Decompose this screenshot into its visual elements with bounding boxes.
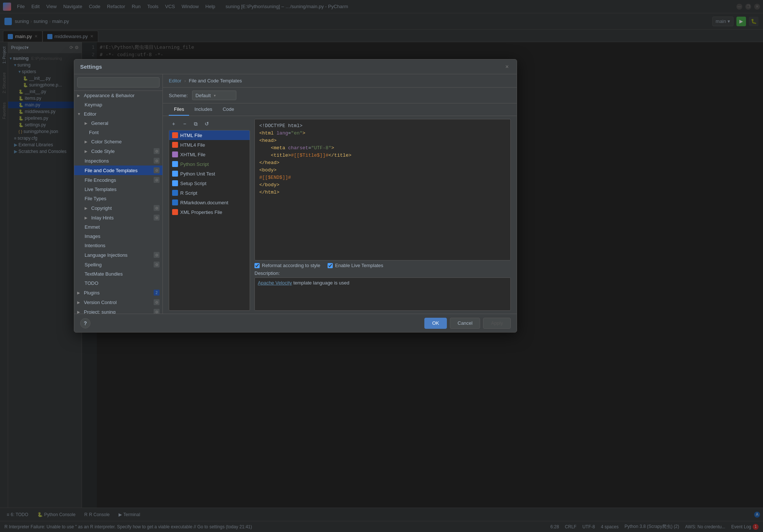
st-file-encodings[interactable]: File Encodings ⚙ <box>74 175 162 185</box>
reset-template-button[interactable]: ↺ <box>202 119 212 129</box>
fl-python-unit-test-label: Python Unit Test <box>180 171 215 177</box>
live-templates-checkbox[interactable] <box>328 263 333 268</box>
apache-velocity-link[interactable]: Apache Velocity <box>258 280 292 286</box>
cancel-button[interactable]: Cancel <box>450 318 480 329</box>
expand-arrow-general: ▶ <box>85 121 90 125</box>
apply-button[interactable]: Apply <box>483 318 511 329</box>
dropdown-arrow-icon: ▾ <box>214 93 216 98</box>
st-textmate-bundles[interactable]: TextMate Bundles <box>74 269 162 279</box>
st-emmet[interactable]: Emmet <box>74 222 162 232</box>
scheme-label: Scheme: <box>169 93 188 98</box>
add-template-button[interactable]: + <box>169 119 178 129</box>
st-inspections-label: Inspections <box>85 158 109 164</box>
settings-tree: ▶ Appearance & Behavior Keymap ▼ Editor <box>74 91 162 314</box>
expand-arrow-plugins: ▶ <box>77 291 82 295</box>
tab-includes[interactable]: Includes <box>189 103 217 116</box>
python-script-icon <box>172 161 178 167</box>
st-spelling[interactable]: Spelling ⚙ <box>74 260 162 269</box>
fl-setup-script-label: Setup Script <box>180 181 206 186</box>
st-appearance-behavior[interactable]: ▶ Appearance & Behavior <box>74 91 162 100</box>
fl-item-python-script[interactable]: Python Script <box>169 159 250 169</box>
st-file-encodings-label: File Encodings <box>85 177 116 183</box>
settings-right-panel: Editor › File and Code Templates Scheme:… <box>163 74 517 314</box>
st-version-control[interactable]: ▶ Version Control ⚙ <box>74 297 162 307</box>
st-todo-label: TODO <box>85 280 98 286</box>
st-color-scheme-label: Color Scheme <box>91 139 122 144</box>
code-preview-options: Reformat according to style Enable Live … <box>254 260 511 270</box>
fl-item-xhtml-file[interactable]: XHTML File <box>169 150 250 159</box>
cp-line-1: <!DOCTYPE html> <box>259 122 506 130</box>
st-project-badge: ⚙ <box>154 309 160 314</box>
reformat-label: Reformat according to style <box>262 263 320 268</box>
fl-item-rmarkdown[interactable]: RMarkdown.document <box>169 198 250 207</box>
st-file-code-templates-badge: ⚙ <box>154 167 160 173</box>
st-inspections-badge: ⚙ <box>154 158 160 164</box>
st-file-code-templates[interactable]: File and Code Templates ⚙ <box>74 166 162 175</box>
st-copyright-badge: ⚙ <box>154 205 160 211</box>
st-editor[interactable]: ▼ Editor <box>74 109 162 119</box>
fl-item-html4-file[interactable]: HTML4 File <box>169 140 250 150</box>
st-color-scheme[interactable]: ▶ Color Scheme <box>74 137 162 146</box>
st-editor-label: Editor <box>84 111 96 117</box>
dialog-close-button[interactable]: × <box>503 63 511 71</box>
st-code-style[interactable]: ▶ Code Style ⚙ <box>74 146 162 156</box>
copy-template-button[interactable]: ⧉ <box>191 119 201 129</box>
st-copyright[interactable]: ▶ Copyright ⚙ <box>74 203 162 213</box>
ok-button[interactable]: OK <box>424 318 447 329</box>
remove-template-button[interactable]: − <box>180 119 189 129</box>
cp-line-2: <html lang="en"> <box>259 130 506 137</box>
html4-file-icon <box>172 142 178 148</box>
live-templates-checkbox-label[interactable]: Enable Live Templates <box>328 263 383 268</box>
expand-arrow-vc: ▶ <box>77 300 82 304</box>
st-keymap[interactable]: Keymap <box>74 100 162 109</box>
fl-html-file-label: HTML File <box>180 133 202 138</box>
dialog-overlay: Settings × ▶ Appearance & Behavior <box>0 0 763 532</box>
code-preview[interactable]: <!DOCTYPE html> <html lang="en"> <head> … <box>254 119 511 260</box>
st-general[interactable]: ▶ General <box>74 119 162 128</box>
st-font[interactable]: Font <box>74 128 162 137</box>
fl-html4-file-label: HTML4 File <box>180 142 205 148</box>
st-plugins-label: Plugins <box>84 290 100 296</box>
st-file-types[interactable]: File Types <box>74 194 162 203</box>
fl-python-script-label: Python Script <box>180 161 209 167</box>
breadcrumb-separator: › <box>184 78 186 83</box>
st-spelling-label: Spelling <box>85 262 102 267</box>
reformat-checkbox[interactable] <box>254 263 260 268</box>
cp-line-10: </html> <box>259 189 506 196</box>
dialog-header: Settings × <box>74 59 517 74</box>
st-inspections[interactable]: Inspections ⚙ <box>74 156 162 166</box>
scheme-dropdown[interactable]: Default ▾ <box>192 91 236 100</box>
st-intentions[interactable]: Intentions <box>74 241 162 250</box>
help-button[interactable]: ? <box>80 318 90 328</box>
st-live-templates[interactable]: Live Templates <box>74 185 162 194</box>
fl-item-setup-script[interactable]: Setup Script <box>169 178 250 188</box>
st-inlay-hints[interactable]: ▶ Inlay Hints ⚙ <box>74 213 162 222</box>
st-plugins-badge: 2 <box>154 290 160 296</box>
python-unit-test-icon <box>172 171 178 177</box>
setup-script-icon <box>172 180 178 186</box>
tab-code[interactable]: Code <box>218 103 239 116</box>
st-todo[interactable]: TODO <box>74 279 162 288</box>
reformat-checkbox-label[interactable]: Reformat according to style <box>254 263 320 268</box>
st-file-code-templates-label: File and Code Templates <box>85 168 138 173</box>
dialog-title: Settings <box>80 64 102 70</box>
fl-item-r-script[interactable]: R Script <box>169 188 250 198</box>
sr-content: + − ⧉ ↺ HTML File H <box>163 116 517 314</box>
fl-item-xml-properties[interactable]: XML Properties File <box>169 207 250 217</box>
st-label: Appearance & Behavior <box>84 93 134 98</box>
st-keymap-label: Keymap <box>85 102 102 108</box>
cp-line-7: <body> <box>259 167 506 174</box>
file-list-panel: + − ⧉ ↺ HTML File H <box>169 119 250 311</box>
description-box: Apache Velocity template language is use… <box>254 277 511 311</box>
code-preview-panel: <!DOCTYPE html> <html lang="en"> <head> … <box>254 119 511 311</box>
st-language-injections[interactable]: Language Injections ⚙ <box>74 250 162 260</box>
fl-item-html-file[interactable]: HTML File <box>169 130 250 140</box>
tab-files[interactable]: Files <box>169 103 189 116</box>
st-project-suning[interactable]: ▶ Project: suning ⚙ <box>74 307 162 314</box>
st-plugins[interactable]: ▶ Plugins 2 <box>74 288 162 297</box>
sr-breadcrumb-editor[interactable]: Editor <box>169 78 181 83</box>
settings-search-input[interactable] <box>77 77 160 88</box>
st-images[interactable]: Images <box>74 232 162 241</box>
cp-line-8: #[[$END$]]# <box>259 174 506 181</box>
fl-item-python-unit-test[interactable]: Python Unit Test <box>169 169 250 178</box>
